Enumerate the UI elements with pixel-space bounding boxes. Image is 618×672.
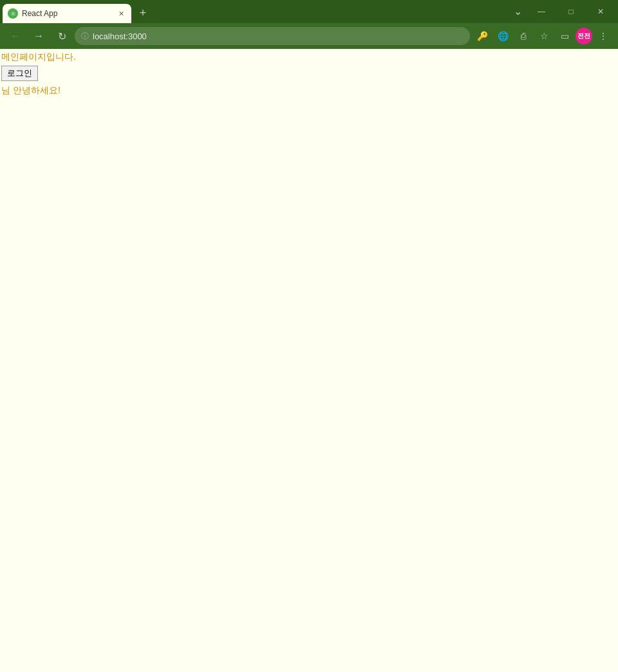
nav-actions: 🔑 🌐 ⎙ ☆ ▭ 전전 ⋮ xyxy=(473,26,613,46)
new-tab-button[interactable]: + xyxy=(134,4,152,22)
close-button[interactable]: ✕ xyxy=(586,0,615,23)
tab-close-button[interactable]: ✕ xyxy=(116,8,126,19)
translate-button[interactable]: 🌐 xyxy=(493,26,512,46)
sidebar-button[interactable]: ▭ xyxy=(555,26,574,46)
login-button[interactable]: 로그인 xyxy=(1,66,38,81)
active-tab[interactable]: ⚛ React App ✕ xyxy=(3,4,131,23)
browser-chrome: ⚛ React App ✕ + ⌄ — □ ✕ ← → ↻ ⓘ localhos… xyxy=(0,0,618,49)
minimize-button[interactable]: — xyxy=(527,0,556,23)
profile-button[interactable]: 전전 xyxy=(576,28,592,44)
greeting-text: 님 안녕하세요! xyxy=(1,85,617,97)
bookmark-button[interactable]: ☆ xyxy=(534,26,554,46)
back-button[interactable]: ← xyxy=(5,26,26,46)
navigation-bar: ← → ↻ ⓘ localhost:3000 🔑 🌐 ⎙ ☆ ▭ 전전 ⋮ xyxy=(0,23,618,49)
back-icon: ← xyxy=(10,30,21,42)
page-content: 메인페이지입니다. 로그인 님 안녕하세요! xyxy=(0,49,618,672)
forward-icon: → xyxy=(33,30,44,42)
maximize-button[interactable]: □ xyxy=(556,0,586,23)
lock-icon: ⓘ xyxy=(81,31,89,42)
reload-icon: ↻ xyxy=(58,30,66,42)
main-page-text: 메인페이지입니다. xyxy=(1,51,617,63)
forward-button[interactable]: → xyxy=(28,26,49,46)
tab-bar: ⚛ React App ✕ + xyxy=(3,0,509,23)
tabs-overflow-button[interactable]: ⌄ xyxy=(509,2,527,20)
share-button[interactable]: ⎙ xyxy=(514,26,533,46)
tab-favicon: ⚛ xyxy=(8,8,18,19)
key-button[interactable]: 🔑 xyxy=(473,26,492,46)
window-controls: — □ ✕ xyxy=(527,0,615,23)
reload-button[interactable]: ↻ xyxy=(52,26,72,46)
menu-button[interactable]: ⋮ xyxy=(594,26,613,46)
tab-title: React App xyxy=(22,9,112,18)
address-text: localhost:3000 xyxy=(93,32,464,41)
title-bar: ⚛ React App ✕ + ⌄ — □ ✕ xyxy=(0,0,618,23)
address-bar[interactable]: ⓘ localhost:3000 xyxy=(75,27,470,45)
